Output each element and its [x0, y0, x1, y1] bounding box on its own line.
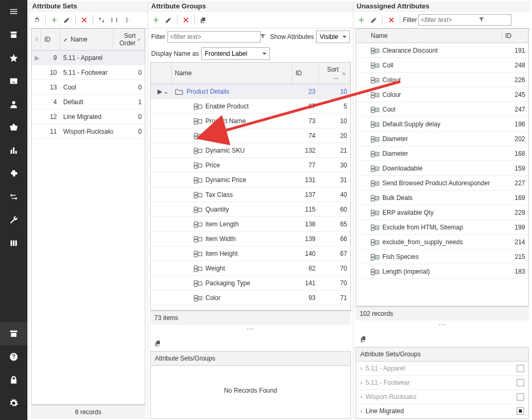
add-button[interactable] [150, 14, 162, 26]
gear-icon[interactable] [0, 392, 27, 415]
edit-button[interactable] [61, 14, 73, 26]
delete-button[interactable] [78, 14, 90, 26]
menu-icon[interactable] [0, 0, 27, 23]
checkbox[interactable] [517, 407, 524, 415]
attribute-row[interactable]: Item Height 140 67 [151, 246, 350, 261]
fit-columns-icon[interactable] [109, 14, 120, 26]
transfer-icon[interactable] [0, 185, 27, 208]
unassigned-row[interactable]: Bulk Deals 169 [356, 191, 528, 205]
lock-icon[interactable] [0, 368, 27, 392]
attribute-row[interactable]: Tax Class 137 40 [151, 187, 350, 202]
unassigned-row[interactable]: Fish Species 215 [356, 249, 528, 264]
edit-button[interactable] [368, 14, 380, 26]
set-row[interactable]: 11 Wisport-Rucksaks 0 [32, 124, 145, 139]
copy-button[interactable] [152, 337, 164, 349]
delete-button[interactable] [386, 14, 397, 26]
inbox-icon[interactable] [0, 69, 27, 93]
wrench-icon[interactable] [0, 208, 27, 232]
col-id[interactable]: ID [41, 29, 60, 50]
attribute-row[interactable]: Quantity 115 60 [151, 202, 350, 217]
unassigned-row[interactable]: Colour 245 [356, 87, 528, 102]
unassigned-row[interactable]: Exclude from HTML Sitemap 199 [356, 220, 528, 235]
resize-handle-icon[interactable]: ⋯ [438, 321, 447, 329]
col-id[interactable]: ID [502, 29, 528, 43]
set-row[interactable]: 12 Line Migrated 0 [32, 109, 145, 124]
subpanel-row[interactable]: › 5.11 - Footwear [356, 376, 528, 390]
add-button[interactable] [356, 14, 367, 26]
edit-button[interactable] [163, 14, 174, 26]
attribute-row[interactable]: Weight 82 70 [151, 261, 350, 276]
filter-input[interactable] [418, 14, 511, 26]
columns-icon[interactable] [0, 232, 27, 255]
attribute-id: 245 [502, 89, 528, 101]
subpanel-row[interactable]: › Line Migrated [356, 404, 528, 418]
set-row[interactable]: ▶ 9 5.11 - Apparel [32, 51, 145, 65]
unassigned-row[interactable]: Diameter 168 [356, 146, 528, 161]
set-row[interactable]: 10 5.11 - Footwear 0 [32, 65, 145, 80]
show-attributes-select[interactable]: Visible [316, 31, 350, 43]
col-name[interactable]: Name [172, 63, 292, 84]
display-name-as-select[interactable]: Frontend Label [201, 47, 270, 60]
filter-input[interactable] [168, 31, 261, 43]
attribute-row[interactable]: Dynamic SKU 132 21 [151, 143, 350, 158]
attribute-id: 169 [502, 192, 528, 204]
svg-rect-7 [194, 136, 198, 139]
unassigned-row[interactable]: Downloadable 159 [356, 161, 528, 176]
copy-button[interactable] [198, 14, 209, 26]
split-columns-icon[interactable] [121, 14, 133, 26]
unassigned-row[interactable]: Colour 226 [356, 73, 528, 87]
attribute-row[interactable]: Item Width 139 66 [151, 232, 350, 246]
subpanel-row[interactable]: › 5.11 - Apparel [356, 362, 528, 376]
attribute-icon [194, 162, 202, 169]
attribute-row[interactable]: Packaging Type 141 70 [151, 276, 350, 291]
checkbox[interactable] [517, 365, 524, 372]
refresh-icon[interactable] [31, 14, 43, 26]
unassigned-row[interactable]: Send Browsed Product Autoresponder 227 [356, 176, 528, 191]
collapse-icon[interactable]: ⌄ [163, 88, 169, 95]
set-name: Default [60, 96, 113, 108]
checkbox[interactable] [517, 379, 524, 386]
archive-icon[interactable] [0, 322, 27, 345]
help-icon[interactable] [0, 345, 27, 368]
unassigned-row[interactable]: ERP available Qty 229 [356, 205, 528, 220]
swap-icon[interactable] [96, 14, 107, 26]
attribute-row[interactable]: Color 93 71 [151, 291, 350, 305]
set-row[interactable]: 4 Default 1 [32, 95, 145, 109]
col-sort[interactable]: Sort ... [319, 63, 350, 84]
user-icon[interactable] [0, 93, 27, 116]
resize-handle-icon[interactable]: ⋯ [247, 325, 255, 333]
attribute-id: 183 [502, 266, 528, 277]
attribute-row[interactable]: Price 77 30 [151, 158, 350, 173]
basket-icon[interactable] [0, 116, 27, 139]
group-row[interactable]: ▶ ⌄ Product Details 23 10 [151, 84, 350, 99]
store-icon[interactable] [0, 23, 27, 46]
expand-icon[interactable]: ▶ [157, 88, 162, 95]
col-id[interactable]: ID [292, 63, 319, 84]
delete-button[interactable] [180, 14, 192, 26]
attribute-row[interactable]: Dynamic Price 131 31 [151, 173, 350, 187]
puzzle-icon[interactable] [0, 162, 27, 185]
subpanel-row[interactable]: › Wisport-Rucksaks [356, 390, 528, 404]
col-name[interactable]: Name [356, 29, 502, 43]
unassigned-row[interactable]: Length (imperial) 183 [356, 264, 528, 279]
copy-button[interactable] [358, 333, 369, 345]
chart-icon[interactable] [0, 139, 27, 162]
unassigned-row[interactable]: exclude_from_supply_needs 214 [356, 235, 528, 249]
set-name: Cool [60, 82, 113, 93]
col-name[interactable]: Name [60, 29, 113, 50]
attribute-row[interactable]: Enable Product 97 5 [151, 99, 350, 114]
unassigned-row[interactable]: Default Supply delay 196 [356, 117, 528, 132]
col-sort[interactable]: Sort Order [113, 29, 145, 50]
attribute-icon [371, 76, 379, 84]
unassigned-row[interactable]: Coll 248 [356, 58, 528, 73]
set-row[interactable]: 13 Cool 0 [32, 80, 145, 95]
attribute-row[interactable]: Product Name 73 10 [151, 114, 350, 128]
unassigned-row[interactable]: Clearance Discount 191 [356, 43, 528, 58]
unassigned-row[interactable]: Diameter 202 [356, 132, 528, 146]
checkbox[interactable] [517, 393, 524, 401]
star-icon[interactable] [0, 46, 27, 69]
add-button[interactable] [48, 14, 60, 26]
attribute-row[interactable]: Item Length 138 65 [151, 217, 350, 232]
attribute-row[interactable]: SKU 74 20 [151, 128, 350, 143]
unassigned-row[interactable]: Cool 247 [356, 102, 528, 117]
